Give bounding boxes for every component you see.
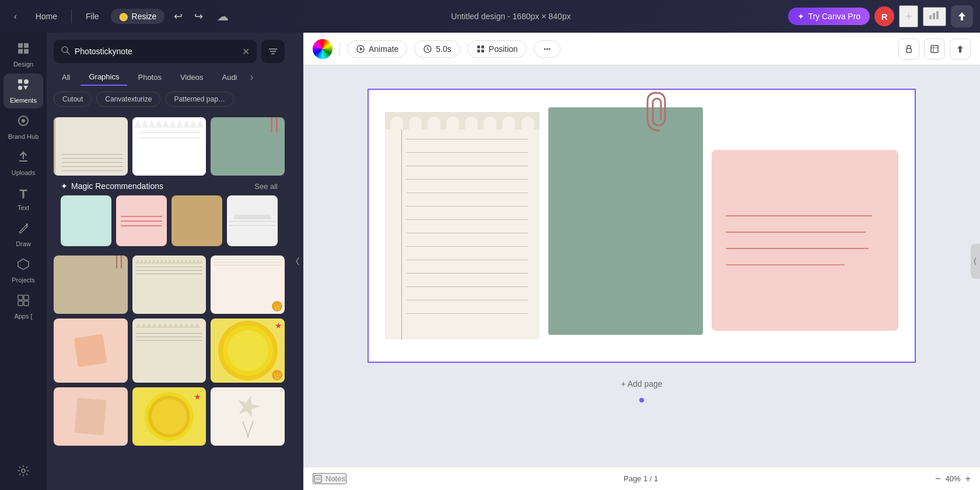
- svg-line-21: [67, 52, 69, 54]
- sidebar-item-draw[interactable]: Draw: [4, 217, 43, 252]
- result-item-9[interactable]: 👑 ★: [211, 318, 285, 383]
- add-page-button[interactable]: + Add page: [609, 374, 674, 393]
- analytics-button[interactable]: [923, 7, 946, 26]
- results-area: ✦ Magic Recommendations See all: [47, 113, 292, 490]
- sidebar-item-brand-hub[interactable]: Brand Hub: [4, 110, 43, 145]
- search-input[interactable]: [75, 47, 237, 56]
- result-item-3[interactable]: [211, 117, 285, 176]
- add-collaborator-button[interactable]: +: [899, 5, 918, 27]
- magic-see-all-button[interactable]: See all: [254, 182, 278, 191]
- file-menu-button[interactable]: File: [79, 8, 106, 24]
- svg-point-32: [544, 48, 545, 50]
- magic-item-1[interactable]: [61, 195, 111, 246]
- tag-patterned-paper[interactable]: Patterned pap…: [165, 92, 233, 107]
- svg-rect-36: [931, 46, 938, 52]
- left-sidebar: Design Elements Brand Hub Uplo: [0, 33, 47, 490]
- sticky-note-teal[interactable]: [548, 107, 703, 335]
- svg-rect-17: [18, 301, 23, 306]
- redo-button[interactable]: ↪: [190, 8, 208, 25]
- svg-rect-0: [929, 15, 932, 19]
- result-item-7[interactable]: [54, 318, 128, 383]
- apps-icon: [17, 294, 30, 310]
- hide-panel-button[interactable]: [292, 33, 303, 490]
- magic-item-3[interactable]: [172, 195, 222, 246]
- sticky-note-pink[interactable]: [712, 150, 898, 331]
- search-input-wrap: ✕: [54, 40, 257, 63]
- star-badge-9: ★: [275, 321, 282, 330]
- tab-audio[interactable]: Audi: [214, 69, 245, 85]
- more-options-button[interactable]: [534, 40, 561, 58]
- result-item-5[interactable]: [132, 256, 206, 314]
- share-canvas-button[interactable]: [950, 38, 971, 60]
- result-item-4[interactable]: [54, 256, 128, 314]
- try-canva-pro-button[interactable]: ✦ Try Canva Pro: [788, 8, 870, 25]
- canvas-scroll[interactable]: + Add page: [303, 65, 980, 467]
- sidebar-item-elements[interactable]: Elements: [4, 74, 43, 108]
- result-item-1[interactable]: [54, 117, 128, 176]
- animate-button[interactable]: Animate: [347, 40, 407, 58]
- sidebar-item-apps[interactable]: Apps [: [4, 289, 43, 324]
- result-item-8[interactable]: [132, 318, 206, 383]
- svg-rect-5: [18, 49, 23, 54]
- resize-button[interactable]: ⬤ Resize: [111, 9, 165, 24]
- canvas-right-handle[interactable]: [971, 244, 980, 279]
- user-avatar[interactable]: R: [874, 6, 894, 26]
- filter-tabs-more-icon[interactable]: ›: [250, 71, 254, 83]
- nav-divider: [71, 9, 72, 23]
- tag-canvatexturize[interactable]: Canvatexturize: [96, 92, 160, 107]
- position-button[interactable]: Position: [467, 40, 527, 58]
- zoom-out-button[interactable]: −: [935, 474, 940, 484]
- search-filter-button[interactable]: [261, 40, 285, 63]
- toolbar-right: [898, 38, 971, 60]
- bottom-bar: Notes Page 1 / 1 − 40% +: [303, 467, 980, 490]
- sidebar-item-design[interactable]: Design: [4, 37, 43, 72]
- tab-graphics[interactable]: Graphics: [80, 69, 127, 86]
- elements-icon: [17, 78, 30, 94]
- sidebar-item-text[interactable]: T Text: [4, 182, 43, 216]
- tab-photos[interactable]: Photos: [130, 69, 169, 85]
- zoom-in-button[interactable]: +: [965, 474, 971, 484]
- tag-cutout[interactable]: Cutout: [54, 92, 92, 107]
- notes-button[interactable]: Notes: [313, 473, 346, 484]
- draw-icon: [17, 222, 30, 238]
- result-item-11[interactable]: ★: [132, 387, 206, 446]
- result-item-6[interactable]: 👑: [211, 256, 285, 314]
- resize-canvas-button[interactable]: [924, 38, 945, 60]
- svg-rect-16: [24, 295, 29, 300]
- resize-label: Resize: [132, 12, 157, 21]
- home-label: Home: [36, 12, 57, 21]
- sidebar-item-projects[interactable]: Projects: [4, 253, 43, 288]
- results-grid-row1: [54, 117, 285, 176]
- design-label: Design: [13, 61, 33, 68]
- sticky-note-lined[interactable]: [385, 112, 540, 340]
- undo-redo-group: ↩ ↪: [169, 8, 208, 25]
- lock-button[interactable]: [898, 38, 919, 60]
- result-item-12[interactable]: [211, 387, 285, 446]
- search-clear-icon[interactable]: ✕: [242, 46, 250, 57]
- magic-header: ✦ Magic Recommendations See all: [61, 176, 278, 195]
- share-button[interactable]: [951, 5, 973, 27]
- back-button[interactable]: ‹: [7, 8, 24, 24]
- duration-button[interactable]: 5.0s: [414, 40, 460, 58]
- result-item-2[interactable]: [132, 117, 206, 176]
- tab-videos[interactable]: Videos: [172, 69, 212, 85]
- svg-rect-1: [933, 13, 935, 19]
- crown-badge-6: 👑: [272, 301, 282, 312]
- home-button[interactable]: Home: [29, 8, 64, 24]
- sidebar-item-settings[interactable]: [4, 460, 43, 485]
- magic-item-2[interactable]: [116, 195, 167, 246]
- tab-all[interactable]: All: [54, 69, 78, 85]
- svg-rect-4: [24, 43, 29, 48]
- sidebar-item-uploads[interactable]: Uploads: [4, 146, 43, 181]
- canvas-toolbar: Animate 5.0s Position: [303, 33, 980, 65]
- magic-item-4[interactable]: [227, 195, 278, 246]
- color-picker-swatch[interactable]: [313, 39, 332, 59]
- undo-button[interactable]: ↩: [169, 8, 187, 25]
- result-item-10[interactable]: [54, 387, 128, 446]
- document-title: Untitled design - 980px × 490px: [451, 12, 570, 21]
- cloud-save-icon[interactable]: ☁: [212, 7, 233, 26]
- brand-hub-icon: [17, 114, 30, 131]
- results-grid-row4: ★: [54, 387, 285, 446]
- magic-recommendations-section: ✦ Magic Recommendations See all: [54, 176, 285, 251]
- elements-label: Elements: [10, 97, 37, 104]
